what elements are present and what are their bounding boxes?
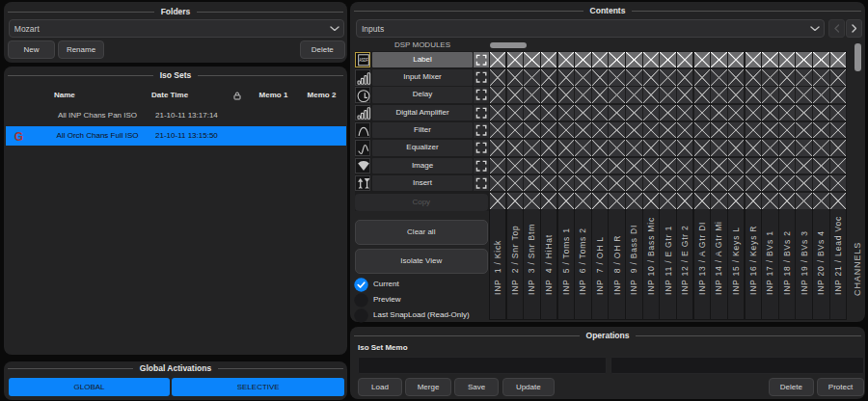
svg-text:ASDF: ASDF <box>359 59 367 64</box>
